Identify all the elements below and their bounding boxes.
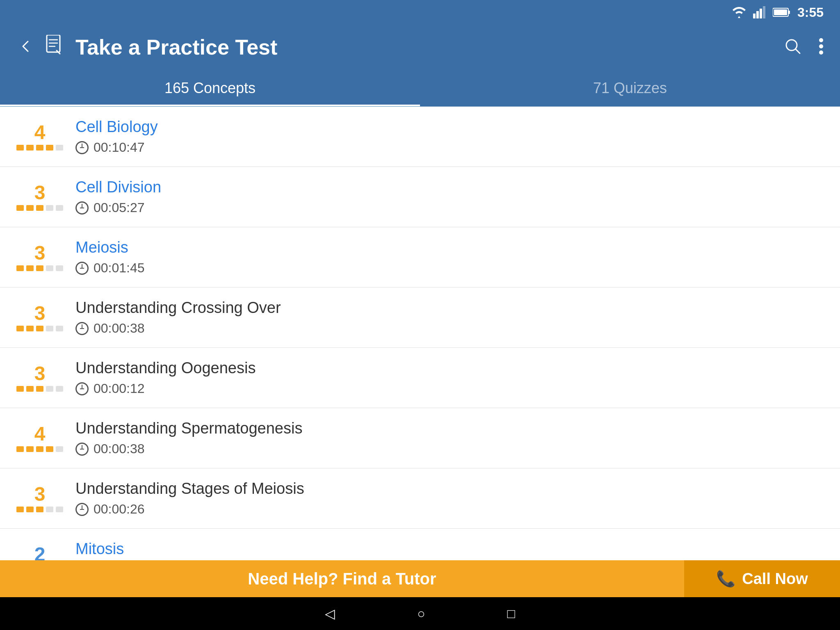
item-duration: 00:05:27 bbox=[94, 200, 145, 215]
list-item[interactable]: 3 Understanding Stages of Meiosis 00:00:… bbox=[0, 468, 840, 529]
score-dot bbox=[46, 205, 53, 211]
score-number: 3 bbox=[34, 243, 46, 263]
score-number: 3 bbox=[34, 484, 46, 504]
score-dot bbox=[46, 507, 53, 512]
svg-point-11 bbox=[819, 50, 823, 55]
score-dot bbox=[46, 386, 53, 392]
score-dot bbox=[36, 446, 43, 452]
clock-icon bbox=[75, 443, 89, 456]
svg-rect-3 bbox=[763, 6, 765, 18]
status-time: 3:55 bbox=[797, 5, 824, 20]
list-item[interactable]: 4 Understanding Spermatogenesis 00:00:38 bbox=[0, 408, 840, 468]
score-dot bbox=[26, 265, 34, 271]
nav-home-button[interactable]: ○ bbox=[417, 606, 425, 621]
score-dot bbox=[56, 145, 63, 151]
header: Take a Practice Test bbox=[0, 25, 840, 70]
score-dot bbox=[56, 326, 63, 331]
call-now-button[interactable]: 📞 Call Now bbox=[684, 560, 840, 597]
search-icon[interactable] bbox=[783, 37, 802, 57]
clock-icon bbox=[75, 382, 89, 395]
svg-rect-1 bbox=[756, 11, 759, 18]
score-dot bbox=[26, 145, 34, 151]
item-time: 00:00:26 bbox=[75, 502, 824, 517]
list-item[interactable]: 3 Meiosis 00:01:45 bbox=[0, 227, 840, 288]
score-dot bbox=[16, 145, 24, 151]
score-dot bbox=[46, 265, 53, 271]
item-time: 00:05:27 bbox=[75, 200, 824, 215]
list-item[interactable]: 3 Understanding Crossing Over 00:00:38 bbox=[0, 288, 840, 348]
item-time: 00:00:38 bbox=[75, 441, 824, 457]
item-title: Understanding Oogenesis bbox=[75, 359, 824, 377]
tabs: 165 Concepts 71 Quizzes bbox=[0, 70, 840, 107]
score-dot bbox=[36, 265, 43, 271]
svg-point-10 bbox=[819, 44, 823, 48]
score-dot bbox=[16, 446, 24, 452]
item-duration: 00:10:47 bbox=[94, 140, 145, 155]
score-dot bbox=[46, 145, 53, 151]
score-dot bbox=[56, 265, 63, 271]
score-dots bbox=[16, 386, 63, 392]
item-title: Cell Division bbox=[75, 178, 824, 196]
score-badge: 3 bbox=[16, 243, 63, 271]
bottom-banner: Need Help? Find a Tutor 📞 Call Now bbox=[0, 560, 840, 597]
score-dot bbox=[26, 507, 34, 512]
item-title: Cell Biology bbox=[75, 118, 824, 136]
item-time: 00:00:12 bbox=[75, 381, 824, 396]
score-dot bbox=[46, 326, 53, 331]
score-dots bbox=[16, 446, 63, 452]
score-badge: 4 bbox=[16, 424, 63, 452]
item-content: Understanding Spermatogenesis 00:00:38 bbox=[75, 420, 824, 457]
score-dot bbox=[26, 326, 34, 331]
banner-help-text: Need Help? Find a Tutor bbox=[0, 570, 684, 588]
score-dot bbox=[36, 507, 43, 512]
score-badge: 3 bbox=[16, 484, 63, 512]
list-item[interactable]: 3 Understanding Oogenesis 00:00:12 bbox=[0, 348, 840, 408]
score-number: 3 bbox=[34, 364, 46, 383]
score-dot bbox=[56, 446, 63, 452]
clock-icon bbox=[75, 262, 89, 275]
svg-rect-0 bbox=[753, 14, 756, 18]
battery-icon bbox=[773, 7, 791, 17]
nav-back-button[interactable]: ◁ bbox=[325, 606, 335, 621]
score-dot bbox=[26, 386, 34, 392]
item-duration: 00:00:26 bbox=[94, 502, 145, 517]
score-dot bbox=[36, 386, 43, 392]
score-badge: 3 bbox=[16, 304, 63, 331]
item-time: 00:01:45 bbox=[75, 260, 824, 276]
tab-concepts[interactable]: 165 Concepts bbox=[0, 70, 420, 106]
score-dots bbox=[16, 507, 63, 512]
svg-rect-6 bbox=[774, 9, 787, 15]
score-dot bbox=[16, 205, 24, 211]
back-button[interactable] bbox=[16, 35, 33, 59]
score-dots bbox=[16, 326, 63, 331]
item-content: Understanding Oogenesis 00:00:12 bbox=[75, 359, 824, 396]
score-dot bbox=[36, 205, 43, 211]
svg-point-9 bbox=[819, 38, 823, 42]
status-bar: 3:55 bbox=[0, 0, 840, 25]
item-content: Cell Biology 00:10:47 bbox=[75, 118, 824, 155]
item-duration: 00:00:38 bbox=[94, 441, 145, 457]
header-actions bbox=[783, 37, 824, 57]
phone-icon: 📞 bbox=[716, 570, 735, 588]
item-duration: 00:00:12 bbox=[94, 381, 145, 396]
more-menu-icon[interactable] bbox=[819, 37, 824, 57]
nav-recents-button[interactable]: □ bbox=[507, 606, 515, 621]
item-content: Understanding Crossing Over 00:00:38 bbox=[75, 299, 824, 336]
item-duration: 00:00:38 bbox=[94, 321, 145, 336]
score-dot bbox=[56, 507, 63, 512]
item-title: Meiosis bbox=[75, 239, 824, 256]
score-dot bbox=[46, 446, 53, 452]
score-dot bbox=[16, 326, 24, 331]
item-time: 00:10:47 bbox=[75, 140, 824, 155]
list-item[interactable]: 3 Cell Division 00:05:27 bbox=[0, 167, 840, 227]
score-dot bbox=[36, 326, 43, 331]
score-dot bbox=[26, 446, 34, 452]
score-badge: 4 bbox=[16, 123, 63, 151]
score-dot bbox=[26, 205, 34, 211]
score-dot bbox=[36, 145, 43, 151]
page-title: Take a Practice Test bbox=[75, 35, 771, 59]
list-item[interactable]: 4 Cell Biology 00:10:47 bbox=[0, 107, 840, 167]
tab-quizzes[interactable]: 71 Quizzes bbox=[420, 70, 840, 106]
score-badge: 3 bbox=[16, 364, 63, 392]
clock-icon bbox=[75, 201, 89, 215]
